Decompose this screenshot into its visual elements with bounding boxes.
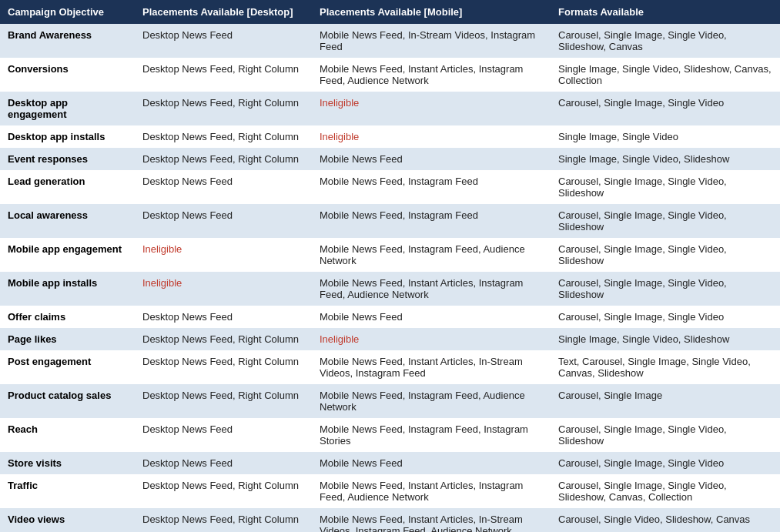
cell-desktop: Desktop News Feed, Right Column [135, 384, 312, 418]
cell-formats: Single Image, Single Video, Slideshow [551, 148, 780, 170]
cell-objective: Traffic [0, 474, 135, 508]
cell-desktop: Desktop News Feed, Right Column [135, 92, 312, 125]
cell-mobile: Ineligible [312, 125, 551, 148]
cell-formats: Carousel, Single Image, Single Video, Sl… [551, 272, 780, 306]
header-campaign-objective: Campaign Objective [0, 0, 135, 24]
cell-formats: Carousel, Single Image, Single Video, Sl… [551, 474, 780, 508]
cell-formats: Single Image, Single Video [551, 125, 780, 148]
cell-mobile: Mobile News Feed, Instagram Feed [312, 204, 551, 238]
cell-mobile: Mobile News Feed, Instant Articles, Inst… [312, 58, 551, 92]
cell-mobile: Mobile News Feed, Instagram Feed, Audien… [312, 238, 551, 272]
table-row: Desktop app installsDesktop News Feed, R… [0, 125, 780, 148]
table-row: Brand AwarenessDesktop News FeedMobile N… [0, 24, 780, 58]
cell-mobile: Mobile News Feed, Instagram Feed [312, 170, 551, 204]
header-formats: Formats Available [551, 0, 780, 24]
cell-mobile: Ineligible [312, 328, 551, 350]
cell-formats: Single Image, Single Video, Slideshow, C… [551, 58, 780, 92]
cell-objective: Store visits [0, 452, 135, 474]
table-row: Mobile app installsIneligibleMobile News… [0, 272, 780, 306]
cell-mobile: Mobile News Feed, Instant Articles, In-S… [312, 350, 551, 384]
cell-formats: Carousel, Single Video, Slideshow, Canva… [551, 508, 780, 532]
table-row: Offer claimsDesktop News FeedMobile News… [0, 306, 780, 328]
cell-mobile: Mobile News Feed, Instant Articles, Inst… [312, 474, 551, 508]
cell-objective: Desktop app engagement [0, 92, 135, 125]
cell-formats: Carousel, Single Image, Single Video, Sl… [551, 204, 780, 238]
table-row: Lead generationDesktop News FeedMobile N… [0, 170, 780, 204]
cell-mobile: Mobile News Feed, Instant Articles, In-S… [312, 508, 551, 532]
table-header-row: Campaign Objective Placements Available … [0, 0, 780, 24]
table-row: Post engagementDesktop News Feed, Right … [0, 350, 780, 384]
header-placements-desktop: Placements Available [Desktop] [135, 0, 312, 24]
header-placements-mobile: Placements Available [Mobile] [312, 0, 551, 24]
cell-desktop: Ineligible [135, 272, 312, 306]
cell-desktop: Desktop News Feed [135, 418, 312, 452]
cell-desktop: Desktop News Feed, Right Column [135, 58, 312, 92]
cell-mobile: Mobile News Feed, In-Stream Videos, Inst… [312, 24, 551, 58]
cell-formats: Carousel, Single Image, Single Video, Sl… [551, 170, 780, 204]
cell-objective: Mobile app installs [0, 272, 135, 306]
cell-objective: Local awareness [0, 204, 135, 238]
cell-objective: Lead generation [0, 170, 135, 204]
table-row: Event responsesDesktop News Feed, Right … [0, 148, 780, 170]
cell-objective: Brand Awareness [0, 24, 135, 58]
campaign-table: Campaign Objective Placements Available … [0, 0, 780, 532]
cell-desktop: Desktop News Feed [135, 306, 312, 328]
table-row: Video viewsDesktop News Feed, Right Colu… [0, 508, 780, 532]
cell-desktop: Desktop News Feed, Right Column [135, 125, 312, 148]
table-row: Product catalog salesDesktop News Feed, … [0, 384, 780, 418]
cell-desktop: Desktop News Feed [135, 452, 312, 474]
cell-formats: Carousel, Single Image, Single Video, Sl… [551, 24, 780, 58]
cell-formats: Carousel, Single Image, Single Video, Sl… [551, 238, 780, 272]
cell-formats: Carousel, Single Image, Single Video, Sl… [551, 418, 780, 452]
cell-formats: Text, Carousel, Single Image, Single Vid… [551, 350, 780, 384]
cell-desktop: Desktop News Feed [135, 24, 312, 58]
cell-desktop: Desktop News Feed, Right Column [135, 474, 312, 508]
cell-mobile: Mobile News Feed, Instant Articles, Inst… [312, 272, 551, 306]
cell-formats: Carousel, Single Image [551, 384, 780, 418]
cell-objective: Post engagement [0, 350, 135, 384]
cell-objective: Conversions [0, 58, 135, 92]
table-row: Store visitsDesktop News FeedMobile News… [0, 452, 780, 474]
table-row: TrafficDesktop News Feed, Right ColumnMo… [0, 474, 780, 508]
cell-mobile: Ineligible [312, 92, 551, 125]
cell-formats: Carousel, Single Image, Single Video [551, 452, 780, 474]
table-row: ConversionsDesktop News Feed, Right Colu… [0, 58, 780, 92]
table-row: Desktop app engagementDesktop News Feed,… [0, 92, 780, 125]
cell-mobile: Mobile News Feed [312, 452, 551, 474]
cell-objective: Mobile app engagement [0, 238, 135, 272]
cell-objective: Offer claims [0, 306, 135, 328]
cell-formats: Single Image, Single Video, Slideshow [551, 328, 780, 350]
cell-desktop: Ineligible [135, 238, 312, 272]
cell-desktop: Desktop News Feed, Right Column [135, 328, 312, 350]
cell-desktop: Desktop News Feed, Right Column [135, 508, 312, 532]
cell-objective: Product catalog sales [0, 384, 135, 418]
cell-objective: Reach [0, 418, 135, 452]
cell-mobile: Mobile News Feed [312, 148, 551, 170]
cell-objective: Page likes [0, 328, 135, 350]
cell-desktop: Desktop News Feed [135, 204, 312, 238]
cell-mobile: Mobile News Feed, Instagram Feed, Instag… [312, 418, 551, 452]
table-row: Local awarenessDesktop News FeedMobile N… [0, 204, 780, 238]
cell-formats: Carousel, Single Image, Single Video [551, 306, 780, 328]
cell-desktop: Desktop News Feed [135, 170, 312, 204]
cell-mobile: Mobile News Feed, Instagram Feed, Audien… [312, 384, 551, 418]
cell-mobile: Mobile News Feed [312, 306, 551, 328]
cell-objective: Desktop app installs [0, 125, 135, 148]
table-row: Mobile app engagementIneligibleMobile Ne… [0, 238, 780, 272]
table-row: ReachDesktop News FeedMobile News Feed, … [0, 418, 780, 452]
cell-formats: Carousel, Single Image, Single Video [551, 92, 780, 125]
table-row: Page likesDesktop News Feed, Right Colum… [0, 328, 780, 350]
cell-objective: Event responses [0, 148, 135, 170]
cell-objective: Video views [0, 508, 135, 532]
cell-desktop: Desktop News Feed, Right Column [135, 350, 312, 384]
cell-desktop: Desktop News Feed, Right Column [135, 148, 312, 170]
